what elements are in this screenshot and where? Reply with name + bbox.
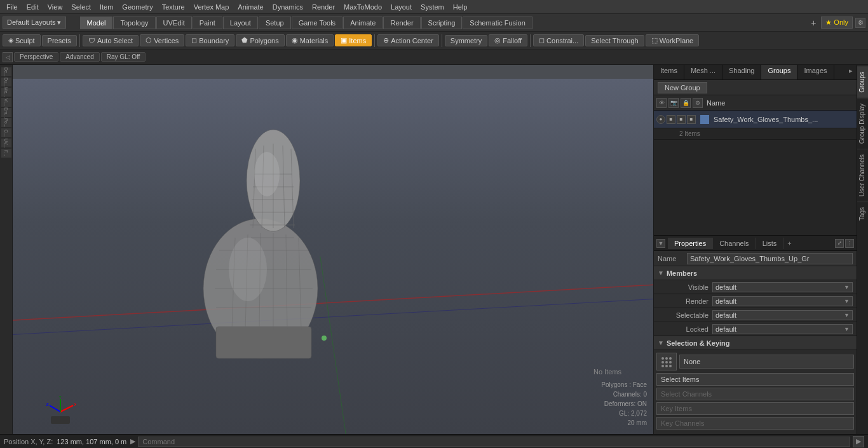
menu-file[interactable]: File (3, 2, 22, 12)
menu-geometry[interactable]: Geometry (118, 2, 156, 12)
left-icon-dup[interactable]: Du... (1, 78, 11, 86)
menu-dynamics[interactable]: Dynamics (269, 2, 307, 12)
select-items-button[interactable]: Select Items (656, 373, 854, 386)
menu-help[interactable]: Help (449, 2, 471, 12)
name-input[interactable] (687, 253, 853, 264)
key-items-button[interactable]: Key Items (656, 402, 854, 415)
menu-vertex-map[interactable]: Vertex Map (190, 2, 233, 12)
selectable-dropdown[interactable]: default ▼ (712, 310, 853, 320)
tab-render[interactable]: Render (383, 17, 420, 29)
expand-button[interactable]: ⤢ (835, 239, 844, 248)
add-tab-button[interactable]: ▸ (845, 65, 857, 79)
select-toggle[interactable]: ■ (677, 115, 686, 124)
boundary-button[interactable]: ◻ Boundary (186, 34, 234, 46)
left-icon-vi[interactable]: Vi... (1, 98, 11, 107)
left-icon-de[interactable]: De... (1, 67, 11, 76)
viewport[interactable]: No Items Polygons : Face Channels: 0 Def… (13, 65, 653, 434)
menu-texture[interactable]: Texture (158, 2, 189, 12)
advanced-button[interactable]: Advanced (60, 52, 99, 62)
tab-animate[interactable]: Animate (343, 17, 383, 29)
menu-select[interactable]: Select (67, 2, 95, 12)
left-icon-mes[interactable]: Me... (1, 88, 11, 97)
command-execute-button[interactable]: ▶ (853, 436, 864, 447)
menu-layout[interactable]: Layout (387, 2, 416, 12)
layout-dropdown[interactable]: Default Layouts ▾ (3, 17, 66, 29)
visibility-toggle[interactable]: ● (656, 115, 665, 124)
tab-gametools[interactable]: Game Tools (292, 17, 343, 29)
tab-setup[interactable]: Setup (259, 17, 291, 29)
menu-render[interactable]: Render (308, 2, 339, 12)
add-props-tab[interactable]: + (783, 238, 795, 249)
members-section-header[interactable]: ▼ Members (654, 266, 857, 280)
tab-properties[interactable]: Properties (668, 238, 713, 249)
strip-tab-user-channels[interactable]: User Channels (857, 149, 868, 201)
select-channels-button[interactable]: Select Channels (656, 388, 854, 400)
menu-edit[interactable]: Edit (23, 2, 43, 12)
svg-text:Z: Z (46, 402, 49, 407)
menu-maxtomodo[interactable]: MaxToModo (340, 2, 386, 12)
tab-shading[interactable]: Shading (722, 65, 761, 79)
locked-dropdown[interactable]: default ▼ (712, 324, 853, 334)
presets-button[interactable]: Presets (42, 35, 77, 46)
props-collapse-icon[interactable]: ▼ (656, 239, 665, 248)
tab-lists[interactable]: Lists (756, 238, 784, 249)
menu-animate[interactable]: Animate (234, 2, 267, 12)
eye-icon[interactable]: 👁 (656, 98, 667, 108)
lock-toggle[interactable]: ■ (687, 115, 696, 124)
ray-gl-button[interactable]: Ray GL: Off (101, 52, 146, 62)
key-channels-button[interactable]: Key Channels (656, 417, 854, 430)
sculpt-button[interactable]: ◈ Sculpt (3, 34, 41, 46)
render-toggle[interactable]: ■ (667, 115, 675, 124)
sidebar-toggle[interactable]: ◁ (3, 52, 13, 62)
left-icon-f[interactable]: F... (1, 149, 11, 158)
selection-section-header[interactable]: ▼ Selection & Keying (654, 336, 857, 350)
render-icon[interactable]: 📷 (668, 98, 679, 108)
command-input[interactable] (138, 437, 850, 447)
tab-mesh[interactable]: Mesh ... (684, 65, 722, 79)
perspective-button[interactable]: Perspective (14, 52, 58, 62)
left-icon-em[interactable]: Em... (1, 108, 11, 117)
symmetry-button[interactable]: Symmetry (445, 35, 488, 46)
auto-select-button[interactable]: 🛡 Auto Select (83, 35, 139, 46)
group-list-item[interactable]: ● ■ ■ ■ Safety_Work_Gloves_Thumbs_... (654, 111, 857, 128)
polygons-button[interactable]: ⬟ Polygons (236, 34, 284, 46)
settings-icon[interactable]: ⚙ (855, 18, 865, 28)
tab-model[interactable]: Model (80, 17, 113, 29)
action-center-button[interactable]: ⊕ Action Center (377, 34, 439, 46)
new-group-button[interactable]: New Group (658, 82, 707, 93)
tab-topology[interactable]: Topology (113, 17, 155, 29)
tab-items[interactable]: Items (654, 65, 684, 79)
tab-uvedit[interactable]: UVEdit (156, 17, 192, 29)
tab-channels[interactable]: Channels (713, 238, 756, 249)
render-dropdown[interactable]: default ▼ (712, 296, 853, 306)
add-layout-button[interactable]: + (808, 17, 818, 29)
more-button[interactable]: ⋮ (845, 239, 854, 248)
left-icon-uv[interactable]: UV... (1, 139, 11, 147)
strip-tab-tags[interactable]: Tags (857, 201, 868, 226)
left-icon-c[interactable]: C... (1, 128, 11, 137)
strip-tab-groups[interactable]: Groups (857, 66, 868, 98)
workplane-button[interactable]: ⬚ WorkPlane (646, 34, 700, 46)
visible-dropdown[interactable]: default ▼ (712, 282, 853, 292)
materials-button[interactable]: ◉ Materials (286, 34, 334, 46)
tab-layout[interactable]: Layout (223, 17, 258, 29)
menu-item[interactable]: Item (96, 2, 117, 12)
tab-scripting[interactable]: Scripting (421, 17, 463, 29)
tab-paint[interactable]: Paint (193, 17, 222, 29)
menu-view[interactable]: View (44, 2, 67, 12)
tab-images[interactable]: Images (797, 65, 834, 79)
items-button[interactable]: ▣ Items (335, 34, 372, 46)
settings2-icon[interactable]: ⚙ (693, 98, 703, 108)
strip-tab-group-display[interactable]: Group Display (857, 98, 868, 149)
lock-icon[interactable]: 🔒 (681, 98, 691, 108)
falloff-button[interactable]: ◎ Falloff (489, 34, 527, 46)
vertices-button[interactable]: ⬡ Vertices (140, 34, 184, 46)
group-empty-area (654, 161, 857, 235)
tab-groups[interactable]: Groups (761, 65, 797, 79)
left-icon-pol[interactable]: Po... (1, 118, 11, 127)
constraints-button[interactable]: ◻ Constrai... (533, 34, 584, 46)
tab-schematic[interactable]: Schematic Fusion (463, 17, 532, 29)
star-only-button[interactable]: ★ Only (821, 17, 853, 29)
menu-system[interactable]: System (417, 2, 448, 12)
select-through-button[interactable]: Select Through (585, 35, 644, 46)
